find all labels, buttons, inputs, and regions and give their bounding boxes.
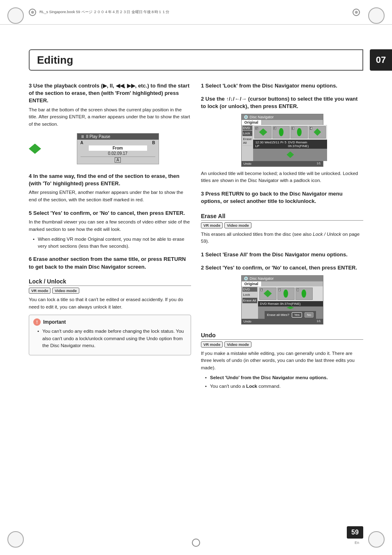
lock-unlock-section: Lock / Unlock VR mode Video mode You can… [29, 278, 191, 355]
page-title-bar: Editing [29, 49, 363, 71]
disc-navigator-1: 💿 Disc Navigator Original DVD Lock Erase… [241, 114, 323, 167]
badge-vr-undo: VR mode [201, 341, 223, 348]
disc-nav-right-1: 1 2 3 4 [253, 125, 327, 161]
page-number: 59 [347, 526, 363, 539]
thumb-tree-2 [296, 128, 302, 136]
thumb-2-3: 3 [295, 288, 313, 300]
undo-bullet-sub: You can't undo a Lock command. [205, 383, 363, 390]
right-step3-heading: 3 Press RETURN to go back to the Disc Na… [201, 190, 363, 205]
dvd-label-1: DVD [242, 126, 253, 130]
thumb-2-2: 2 [277, 288, 295, 300]
reg-mark: ⊕ [29, 9, 36, 16]
important-bullets: You can't undo any edits made before cha… [33, 328, 187, 349]
play-panel-divider [81, 157, 155, 157]
right-step2-heading: 2 Use the ↑/↓/←/→ (cursor buttons) to se… [201, 95, 363, 110]
badge-video: Video mode [52, 288, 79, 294]
thumb-1-2: 2 [272, 126, 290, 138]
main-leaf-2 [287, 306, 294, 309]
step6-heading: 6 Erase another section from the same ti… [29, 256, 191, 270]
step5-body: In the thumbnail viewer you can see a fe… [29, 219, 191, 233]
thumb2-tree-1 [283, 290, 289, 298]
step4-heading: 4 In the same way, find the end of the s… [29, 173, 191, 187]
page-title: Editing [37, 54, 73, 67]
undo-intro: If you make a mistake while editing, you… [201, 350, 363, 372]
disc-nav-title-1: Disc Navigator [250, 115, 274, 119]
lock-unlock-intro: You can lock a title so that it can't be… [29, 296, 191, 311]
bottom-marker: A [115, 157, 121, 163]
thumb-1-1: 1 [254, 126, 272, 138]
undo-bullet-heading: Select 'Undo' from the Disc Navigator me… [205, 374, 363, 381]
disc-nav-tabs-1: Original [242, 120, 323, 125]
play-panel-container: ⏸ II Play Pause A B From 0.02.09.17 [29, 131, 191, 167]
badge-vr-erase: VR mode [201, 222, 223, 228]
step4-body: After pressing ENTER, another marker app… [29, 189, 191, 204]
play-pause-label: II Play Pause [86, 134, 111, 139]
play-panel: ⏸ II Play Pause A B From 0.02.09.17 [77, 133, 159, 164]
content-area: 3 Use the playback controls (▶, II, ◀◀, … [29, 82, 363, 522]
disc-menu-eraseall-2[interactable]: Erase All [242, 298, 257, 304]
disc-nav-content-1: DVD Lock Erase All 1 2 [242, 125, 323, 161]
leaf-icon-1 [29, 144, 41, 154]
alert-icon: ! [33, 318, 41, 326]
after-disc-nav-text: An unlocked title will become locked; a … [201, 170, 363, 185]
disc-icon-1: 💿 [244, 115, 248, 119]
undo-bullets: Select 'Undo' from the Disc Navigator me… [201, 374, 363, 390]
disc-icon-2: 💿 [244, 276, 248, 281]
disc-nav-tab-original-2[interactable]: Original [242, 281, 262, 286]
lock-unlock-title: Lock / Unlock [29, 278, 191, 286]
disc-nav-tab-original-1[interactable]: Original [242, 120, 262, 125]
disc-nav-main-area-2: Erase all titles? Yes No [258, 306, 323, 319]
disc-menu-erase-1[interactable]: Erase All [242, 136, 253, 146]
top-header: ⊕ RL_s Singapore.book 59 ページ ２００４年４月２３日 … [0, 0, 392, 25]
erase-all-step2: 2 Select 'Yes' to confirm, or 'No' to ca… [201, 264, 363, 272]
disc-nav-bottom-1: Undo 1/1 [242, 161, 323, 166]
erase-all-title: Erase All [201, 213, 363, 221]
disc-nav-right-2: 1 2 3 [258, 286, 323, 319]
erase-all-dialog: Erase all titles? Yes No [265, 311, 316, 319]
disc-nav-menu-2: DVD Lock Erase All [242, 286, 258, 319]
play-panel-body: A B From 0.02.09.17 A [77, 140, 159, 164]
disc-nav-title-2: Disc Navigator [250, 276, 274, 281]
right-step1-heading: 1 Select 'Lock' from the Disc Navigator … [201, 82, 363, 90]
undo-title: Undo [201, 332, 363, 340]
header-text: RL_s Singapore.book 59 ページ ２００４年４月２３日 金曜… [39, 9, 169, 15]
reg-mark-right: ⊕ [353, 9, 360, 16]
disc-nav-tabs-2: Original [242, 281, 323, 286]
important-bullet-1: You can't undo any edits made before cha… [37, 328, 187, 349]
undo-badges: VR mode Video mode [201, 341, 363, 348]
thumb-tree-1 [278, 128, 284, 136]
no-button[interactable]: No [304, 312, 314, 318]
disc-menu-lock-2[interactable]: Lock [242, 292, 257, 298]
step5-bullets: When editing VR mode Original content, y… [29, 236, 191, 250]
badge-video-undo: Video mode [224, 341, 251, 348]
page-lang: En [355, 541, 359, 545]
thumb-leaf-2 [314, 129, 321, 136]
disc-menu-lock-1[interactable]: Lock [242, 131, 253, 136]
thumb-leaf-1 [259, 129, 267, 136]
play-panel-header: ⏸ II Play Pause [77, 134, 159, 140]
step5-heading: 5 Select 'Yes' to confirm, or 'No' to ca… [29, 210, 191, 217]
bullet-item-1: When editing VR mode Original content, y… [33, 236, 191, 250]
right-column: 1 Select 'Lock' from the Disc Navigator … [201, 82, 363, 522]
badge-vr: VR mode [29, 288, 51, 294]
step3-body: The bar at the bottom of the screen show… [29, 106, 191, 128]
marker-row: A [81, 158, 155, 162]
timecode-row: 0.02.09.17 [89, 151, 147, 156]
disc-nav-thumbs-1: 1 2 3 4 [253, 125, 327, 140]
erase-all-section: Erase All VR mode Video mode This erases… [201, 213, 363, 325]
important-box: ! Important You can't undo any edits mad… [29, 315, 191, 355]
corner-br [368, 531, 385, 548]
chapter-tab: 07 [370, 49, 392, 71]
play-markers: A B [81, 140, 155, 145]
thumb2-leaf-1 [264, 290, 272, 297]
disc-nav-main-area-1 [253, 149, 327, 161]
disc-nav-info-2: DVD Remain 0h:37m(FINE) [258, 301, 323, 306]
yes-button[interactable]: Yes [292, 312, 302, 318]
erase-all-step1: 1 Select 'Erase All' from the Disc Navig… [201, 251, 363, 258]
disc-nav-bottom-2: Undo 1/1 [242, 319, 323, 324]
disc-nav-info-1: 12:30 Wed15/11 Pr 5 LP DVD Remain 0h:37m… [253, 140, 327, 149]
from-row: From [89, 145, 147, 151]
erase-all-badges: VR mode Video mode [201, 222, 363, 228]
thumb2-tree-2 [301, 290, 307, 298]
disc-nav-menu-1: DVD Lock Erase All [242, 125, 254, 161]
